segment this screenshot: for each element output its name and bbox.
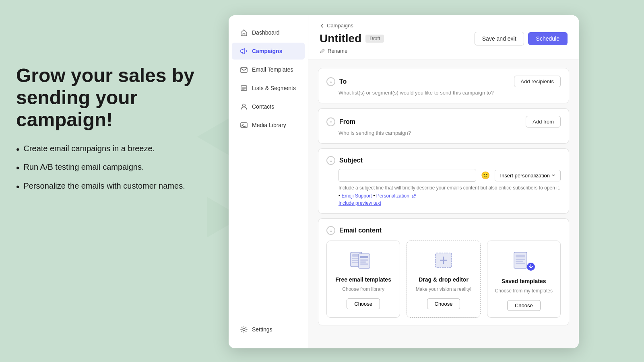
free-templates-choose-button[interactable]: Choose: [347, 298, 380, 309]
bullet-3: Personalize the emails with customer nam…: [16, 181, 213, 193]
megaphone-icon: [240, 47, 248, 55]
hero-section: Grow your sales by sending your campaign…: [16, 64, 213, 200]
add-from-button[interactable]: Add from: [526, 116, 561, 128]
media-icon: [240, 121, 248, 129]
sidebar-label-campaigns: Campaigns: [252, 48, 282, 54]
bullet-1: Create email campaigns in a breeze.: [16, 144, 213, 156]
from-check: ○: [326, 117, 335, 126]
include-preview-link[interactable]: Include preview text: [339, 200, 561, 206]
sidebar-label-contacts: Contacts: [252, 103, 274, 110]
svg-rect-15: [360, 263, 368, 265]
svg-rect-18: [516, 255, 525, 257]
gear-icon: [240, 325, 248, 333]
sidebar-label-email-templates: Email Templates: [252, 66, 293, 73]
emoji-button[interactable]: 🙂: [479, 170, 491, 181]
to-header: ○ To Add recipients: [326, 76, 561, 87]
email-content-section: ○ Email content: [318, 218, 569, 325]
subject-input[interactable]: [339, 169, 476, 182]
subject-links: • Emoji Support • Personalization: [339, 193, 561, 199]
to-check: ○: [326, 77, 335, 86]
rename-row[interactable]: Rename: [320, 48, 568, 54]
sidebar-item-email-templates[interactable]: Email Templates: [232, 61, 305, 78]
sidebar-item-contacts[interactable]: Contacts: [232, 98, 305, 115]
bullet-dot: •: [339, 193, 342, 199]
hero-bullets: Create email campaigns in a breeze. Run …: [16, 144, 213, 193]
from-header: ○ From Add from: [326, 116, 561, 128]
subject-title: Subject: [339, 157, 363, 164]
drag-drop-choose-button[interactable]: Choose: [427, 298, 460, 309]
campaign-body: ○ To Add recipients What list(s) or segm…: [308, 60, 579, 333]
subject-hint: Include a subject line that will briefly…: [339, 184, 561, 191]
email-content-header: ○ Email content: [326, 226, 561, 235]
separator: •: [373, 193, 376, 199]
svg-rect-0: [241, 68, 247, 72]
from-placeholder: Who is sending this campaign?: [339, 130, 561, 136]
insert-personalization-button[interactable]: Insert personalization: [495, 170, 561, 181]
home-icon: [240, 29, 248, 37]
subject-header: ○ Subject: [326, 156, 561, 165]
save-exit-button[interactable]: Save and exit: [475, 32, 524, 45]
from-section: ○ From Add from Who is sending this camp…: [318, 108, 569, 144]
sidebar-item-campaigns[interactable]: Campaigns: [232, 43, 305, 60]
drag-drop-sub: Make your vision a reality!: [416, 286, 472, 293]
sidebar-item-settings[interactable]: Settings: [232, 321, 305, 338]
email-content-title: Email content: [339, 227, 382, 234]
subject-section: ○ Subject 🙂 Insert personalization Inclu…: [318, 148, 569, 214]
add-recipients-button[interactable]: Add recipients: [514, 76, 561, 87]
title-area: Untitled Draft: [320, 32, 384, 45]
email-icon: [240, 66, 248, 74]
bullet-2: Run A/B testing email campaigns.: [16, 162, 213, 174]
app-panel: Dashboard Campaigns Email Templates List…: [229, 15, 579, 348]
personalization-link[interactable]: Personalization: [376, 193, 409, 199]
person-icon: [240, 103, 248, 111]
sidebar-label-settings: Settings: [252, 326, 272, 333]
schedule-button[interactable]: Schedule: [528, 32, 568, 45]
to-placeholder: What list(s) or segment(s) would you lik…: [339, 90, 561, 96]
svg-rect-19: [516, 259, 525, 260]
to-title: To: [339, 78, 347, 85]
sidebar-label-dashboard: Dashboard: [252, 29, 280, 36]
main-content: Campaigns Untitled Draft Save and exit S…: [308, 15, 579, 348]
to-action: Add recipients: [514, 76, 561, 87]
svg-rect-14: [360, 261, 366, 263]
svg-rect-20: [516, 261, 523, 262]
sidebar-bottom: Settings: [229, 320, 308, 348]
chevron-left-icon: [320, 23, 324, 28]
free-templates-sub: Choose from library: [342, 286, 384, 293]
drag-drop-option: Drag & drop editor Make your vision a re…: [407, 241, 480, 318]
main-header: Campaigns Untitled Draft Save and exit S…: [308, 15, 579, 60]
drag-drop-title: Drag & drop editor: [419, 276, 469, 283]
subject-input-row: 🙂 Insert personalization: [339, 169, 561, 182]
free-templates-title: Free email templates: [335, 276, 391, 283]
saved-templates-sub: Choose from my templates: [495, 288, 553, 294]
free-templates-option: Free email templates Choose from library…: [326, 241, 400, 318]
breadcrumb[interactable]: Campaigns: [320, 23, 568, 29]
to-section: ○ To Add recipients What list(s) or segm…: [318, 68, 569, 103]
rename-label: Rename: [328, 48, 347, 54]
pencil-icon: [320, 48, 325, 54]
sidebar-item-dashboard[interactable]: Dashboard: [232, 24, 305, 41]
header-actions: Save and exit Schedule: [475, 32, 568, 45]
saved-templates-icon: [509, 249, 538, 273]
email-content-check: ○: [326, 226, 335, 235]
sidebar-item-lists-segments[interactable]: Lists & Segments: [232, 80, 305, 97]
svg-point-2: [243, 104, 246, 107]
draft-badge: Draft: [365, 35, 384, 43]
email-content-options: Free email templates Choose from library…: [326, 241, 561, 318]
header-row: Untitled Draft Save and exit Schedule: [320, 32, 568, 45]
from-title: From: [339, 118, 355, 125]
chevron-down-icon: [551, 173, 555, 177]
from-action: Add from: [526, 116, 561, 128]
sidebar-item-media-library[interactable]: Media Library: [232, 117, 305, 134]
page-title: Untitled: [320, 32, 361, 45]
hero-headline: Grow your sales by sending your campaign…: [16, 64, 213, 131]
saved-templates-option: Saved templates Choose from my templates…: [487, 241, 561, 318]
saved-templates-icon-wrapper: [509, 249, 538, 275]
saved-templates-choose-button[interactable]: Choose: [507, 300, 541, 311]
emoji-support-link[interactable]: Emoji Support: [342, 193, 372, 199]
sidebar: Dashboard Campaigns Email Templates List…: [229, 15, 308, 348]
free-templates-icon: [349, 249, 378, 273]
sidebar-label-lists-segments: Lists & Segments: [252, 85, 296, 91]
svg-rect-9: [352, 260, 358, 261]
sidebar-label-media-library: Media Library: [252, 122, 286, 128]
